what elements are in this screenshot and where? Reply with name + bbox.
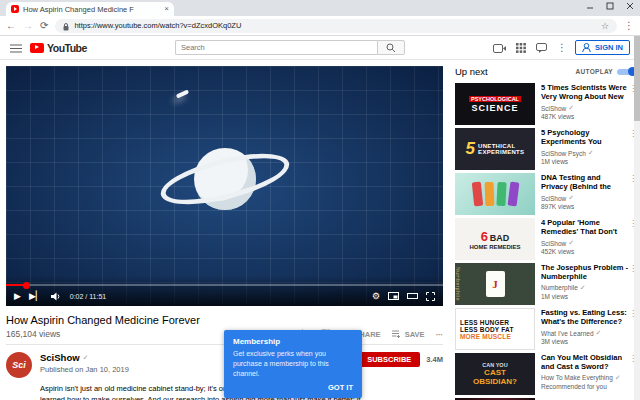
play-button[interactable]: ▶ [14, 292, 21, 301]
suggested-video[interactable]: PSYCHOLOGICAL SCIENCE 5 Times Scientists… [455, 83, 637, 125]
browser-menu-icon[interactable]: ⋮ [624, 21, 634, 31]
verified-badge-icon: ✓ [596, 329, 602, 337]
thumbnail-text: Numberphile [455, 267, 461, 301]
got-it-button[interactable]: GOT IT [233, 383, 353, 392]
suggested-channel-name: SciShow [541, 240, 566, 247]
membership-title: Membership [233, 337, 353, 346]
hamburger-menu-icon[interactable] [10, 39, 22, 57]
close-window-icon[interactable] [626, 2, 634, 10]
masthead-icons: ⋮ [493, 39, 567, 57]
suggested-channel-name: SciShow [541, 195, 566, 202]
forward-icon[interactable]: → [23, 21, 33, 31]
suggested-video-title[interactable]: 5 Psychology Experiments You Couldn't Do… [541, 128, 629, 147]
dna-kit-graphic [507, 182, 519, 207]
suggested-video-title[interactable]: Can You Melt Obsidian and Cast a Sword? [541, 353, 629, 372]
suggested-channel-name: SciShow [541, 105, 566, 112]
video-thumbnail[interactable]: PSYCHOLOGICAL SCIENCE [455, 83, 535, 125]
save-button[interactable]: SAVE [392, 330, 425, 339]
save-playlist-icon [392, 330, 402, 339]
scrollbar-thumb[interactable] [634, 36, 640, 121]
theater-mode-icon[interactable] [407, 292, 418, 300]
minimize-icon[interactable] [586, 2, 594, 10]
suggested-video[interactable]: DNA Testing and Privacy (Behind the scen… [455, 173, 637, 215]
suggested-video-views: 897K views [541, 203, 629, 210]
video-thumbnail[interactable]: CAN YOU CAST OBSIDIAN? [455, 353, 535, 395]
video-thumbnail[interactable]: 6 BAD HOME REMEDIES [455, 218, 535, 260]
suggested-video[interactable]: Numberphile J The Josephus Problem - Num… [455, 263, 637, 305]
search-input[interactable] [175, 40, 377, 55]
primary-column: ▶ ▶▏ 0:02 / 11:51 ⚙ How Aspirin Changed … [6, 66, 443, 400]
publish-date: Published on Jan 10, 2019 [40, 365, 129, 374]
suggested-video-views: 1M views [541, 293, 629, 300]
verified-badge-icon: ✓ [615, 374, 621, 382]
watch-page: ▶ ▶▏ 0:02 / 11:51 ⚙ How Aspirin Changed … [0, 60, 640, 400]
suggested-channel-name: What I've Learned [541, 330, 594, 337]
bookmark-star-icon[interactable]: ☆ [601, 21, 609, 31]
search-button[interactable] [377, 40, 405, 55]
suggested-channel-name: Numberphile [541, 284, 578, 291]
verified-badge-icon: ✓ [568, 194, 574, 202]
view-count: 165,104 views [6, 329, 60, 339]
thumbnail-text: LESS BODY FAT [460, 326, 514, 333]
suggested-video[interactable]: LESS HUNGER LESS BODY FAT MORE MUSCLE Fa… [455, 308, 637, 350]
suggested-video-title[interactable]: 5 Times Scientists Were Very Wrong About… [541, 83, 629, 102]
channel-avatar[interactable]: Sci [6, 352, 32, 378]
back-icon[interactable]: ← [6, 21, 16, 31]
video-thumbnail[interactable]: LESS HUNGER LESS BODY FAT MORE MUSCLE [455, 308, 535, 350]
video-thumbnail[interactable]: Numberphile J [455, 263, 535, 305]
volume-icon[interactable] [51, 287, 62, 305]
thumbnail-text: CAST [484, 368, 506, 377]
more-options-icon[interactable]: ⋮ [557, 42, 567, 53]
suggested-video-views: 452K views [541, 248, 629, 255]
more-actions-icon[interactable]: ⋯ [436, 330, 444, 339]
verified-badge-icon: ✓ [568, 239, 574, 247]
fullscreen-icon[interactable] [426, 292, 435, 301]
thumbnail-text: SCIENCE [471, 103, 518, 113]
messages-icon[interactable] [536, 39, 547, 57]
video-title: How Aspirin Changed Medicine Forever [6, 314, 443, 326]
suggested-video-views: 1M views [541, 158, 629, 165]
upload-video-icon[interactable] [493, 39, 506, 57]
youtube-masthead: YouTube ⋮ SIGN IN [0, 36, 640, 60]
miniplayer-icon[interactable] [388, 292, 399, 300]
sign-in-label: SIGN IN [595, 43, 623, 52]
suggested-video-title[interactable]: Fasting vs. Eating Less: What's the Diff… [541, 308, 629, 327]
browser-tab[interactable]: How Aspirin Changed Medicine F × [6, 2, 174, 16]
verified-badge-icon: ✓ [588, 149, 594, 157]
browser-toolbar: ← → ⟳ https://www.youtube.com/watch?v=dZ… [0, 16, 640, 36]
subscriber-count: 3.4M [426, 355, 443, 364]
url-text: https://www.youtube.com/watch?v=dZcxdOKq… [74, 21, 596, 30]
youtube-logo-text: YouTube [47, 42, 87, 54]
youtube-apps-icon[interactable] [516, 39, 526, 57]
suggested-video[interactable]: 6 BAD HOME REMEDIES 4 Popular 'Home Reme… [455, 218, 637, 260]
video-thumbnail[interactable] [455, 173, 535, 215]
video-player[interactable]: ▶ ▶▏ 0:02 / 11:51 ⚙ [6, 66, 443, 306]
page-scrollbar[interactable] [634, 36, 640, 400]
youtube-logo[interactable]: YouTube [30, 42, 87, 54]
suggested-video-title[interactable]: The Josephus Problem - Numberphile [541, 263, 629, 282]
video-thumbnail[interactable]: 5 UNETHICAL EXPERIMENTS [455, 128, 535, 170]
dna-kit-graphic [496, 182, 506, 206]
tab-title: How Aspirin Changed Medicine F [23, 5, 160, 14]
reload-icon[interactable]: ⟳ [40, 21, 48, 31]
address-bar[interactable]: https://www.youtube.com/watch?v=dZcxdOKq… [55, 19, 617, 33]
suggested-channel-name: SciShow Psych [541, 150, 586, 157]
subscribe-button[interactable]: SUBSCRIBE [358, 352, 420, 367]
thumbnail-text: J [492, 278, 498, 290]
tab-close-icon[interactable]: × [164, 5, 169, 13]
suggested-video-views: 3M views [541, 338, 629, 345]
dna-kit-graphic [471, 182, 482, 207]
up-next-sidebar: Up next AUTOPLAY PSYCHOLOGICAL SCIENCE 5… [455, 66, 637, 400]
suggested-video[interactable]: CAN YOU CAST OBSIDIAN? Can You Melt Obsi… [455, 353, 637, 395]
membership-body: Get exclusive perks when you purchase a … [233, 349, 353, 378]
suggested-video[interactable]: 5 UNETHICAL EXPERIMENTS 5 Psychology Exp… [455, 128, 637, 170]
sign-in-button[interactable]: SIGN IN [575, 40, 630, 55]
suggested-video-title[interactable]: DNA Testing and Privacy (Behind the scen… [541, 173, 629, 192]
youtube-favicon [11, 5, 19, 13]
maximize-icon[interactable] [606, 2, 614, 10]
settings-gear-icon[interactable]: ⚙ [372, 292, 380, 301]
verified-badge-icon: ✓ [580, 284, 586, 292]
channel-name[interactable]: SciShow [40, 352, 80, 363]
next-button[interactable]: ▶▏ [29, 292, 43, 301]
suggested-video-title[interactable]: 4 Popular 'Home Remedies' That Don't Act… [541, 218, 629, 237]
